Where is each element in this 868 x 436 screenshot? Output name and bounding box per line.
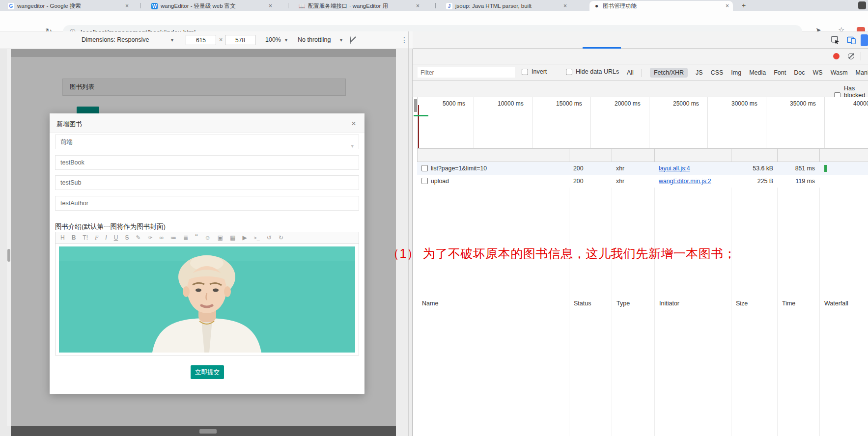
row-checkbox[interactable] xyxy=(421,178,428,184)
col-size[interactable]: Size xyxy=(736,300,748,307)
filter-fetch-xhr-active[interactable]: Fetch/XHR xyxy=(650,68,688,78)
timeline-tick: 5000 ms xyxy=(443,100,465,107)
book-name-input[interactable]: testBook xyxy=(55,155,359,170)
col-type[interactable]: Type xyxy=(616,300,630,307)
redo-icon[interactable]: ↻ xyxy=(279,234,283,241)
filter-input[interactable] xyxy=(418,67,515,78)
devtools-corner-badge[interactable] xyxy=(861,34,868,46)
modal-close-icon[interactable]: × xyxy=(351,119,356,129)
code-icon[interactable]: >_ xyxy=(254,235,260,241)
device-width-input[interactable] xyxy=(186,35,216,45)
dimensions-label[interactable]: Dimensions: Responsive xyxy=(82,36,149,43)
invert-checkbox[interactable]: Invert xyxy=(522,68,547,75)
device-throttling-select[interactable]: No throttling xyxy=(298,36,331,43)
filter-ws[interactable]: WS xyxy=(812,69,822,76)
quote-icon[interactable]: “ xyxy=(195,236,197,240)
request-name[interactable]: upload xyxy=(431,178,449,185)
emoji-icon[interactable]: ☺ xyxy=(204,234,210,241)
tab-close-icon[interactable]: × xyxy=(125,2,129,9)
filter-img[interactable]: Img xyxy=(731,69,741,76)
request-row-list[interactable]: list?page=1&limit=10 200 xhr layui.all.j… xyxy=(417,162,868,175)
device-toolbar-toggle-icon[interactable] xyxy=(847,36,856,44)
filter-all[interactable]: All xyxy=(627,69,634,76)
request-name[interactable]: list?page=1&limit=10 xyxy=(431,165,487,172)
checkbox[interactable] xyxy=(566,69,572,75)
separator xyxy=(861,52,861,60)
new-tab-button[interactable]: + xyxy=(742,1,746,9)
tab-wangeditor[interactable]: W wangEditor - 轻量级 web 富文 × xyxy=(147,1,276,11)
record-icon[interactable] xyxy=(833,53,840,59)
request-initiator-link[interactable]: layui.all.js:4 xyxy=(659,165,690,172)
column-divider[interactable] xyxy=(819,148,820,162)
strikethrough-icon[interactable]: S xyxy=(125,234,129,241)
link-icon[interactable]: ∞ xyxy=(160,234,164,241)
undo-icon[interactable]: ↺ xyxy=(267,234,272,241)
filter-font[interactable]: Font xyxy=(774,69,786,76)
col-waterfall[interactable]: Waterfall xyxy=(824,300,848,307)
align-icon[interactable]: ≣ xyxy=(183,234,188,241)
col-initiator[interactable]: Initiator xyxy=(659,300,679,307)
filter-css[interactable]: CSS xyxy=(711,69,724,76)
fontname-icon[interactable]: F xyxy=(95,234,98,242)
column-divider[interactable] xyxy=(569,148,569,162)
submit-button[interactable]: 立即提交 xyxy=(191,365,224,379)
tab-close-icon[interactable]: × xyxy=(416,2,420,9)
pane-divider-strip[interactable] xyxy=(396,49,413,436)
video-icon[interactable]: ▶ xyxy=(242,234,247,241)
tab-close-icon[interactable]: × xyxy=(726,2,729,9)
tutorial-annotation: （1） 为了不破坏原本的图书信息，这儿我们先新增一本图书； xyxy=(387,245,736,262)
col-name[interactable]: Name xyxy=(422,300,438,307)
book-cover-image[interactable] xyxy=(59,246,355,353)
device-zoom-select[interactable]: 100% xyxy=(265,36,281,43)
hide-data-urls-checkbox[interactable]: Hide data URLs xyxy=(566,68,619,75)
window-control-icon[interactable] xyxy=(858,1,866,9)
request-initiator-link[interactable]: wangEditor.min.js:2 xyxy=(659,178,711,185)
filter-manifest[interactable]: Manifest xyxy=(856,69,868,76)
clear-icon[interactable] xyxy=(848,53,854,59)
author-input[interactable]: testAuthor xyxy=(55,196,359,211)
device-height-input[interactable] xyxy=(225,35,255,45)
bold-icon[interactable]: B xyxy=(72,234,76,241)
backcolor-icon[interactable]: ✎ xyxy=(136,234,140,241)
tab-google-search[interactable]: G wangeditor - Google 搜索 × xyxy=(4,1,133,11)
sub-title-input[interactable]: testSub xyxy=(55,175,359,190)
tab-jsoup[interactable]: J jsoup: Java HTML parser, built × xyxy=(442,1,571,11)
timeline-tick: 35000 ms xyxy=(790,100,816,107)
column-divider[interactable] xyxy=(654,148,655,162)
fontsize-icon[interactable]: T! xyxy=(83,234,88,241)
tab-close-icon[interactable]: × xyxy=(269,2,272,9)
checkbox[interactable] xyxy=(522,69,528,75)
device-toolbar-more-icon[interactable]: ⋮ xyxy=(401,36,408,44)
column-divider[interactable] xyxy=(777,148,778,162)
request-row-upload[interactable]: upload 200 xhr wangEditor.min.js:2 225 B… xyxy=(417,175,868,188)
tab-close-icon[interactable]: × xyxy=(563,2,567,9)
filter-doc[interactable]: Doc xyxy=(794,69,805,76)
page-bottom-scrollbar-thumb[interactable] xyxy=(199,429,217,434)
col-status[interactable]: Status xyxy=(574,300,591,307)
table-icon[interactable]: ▦ xyxy=(230,234,235,241)
row-checkbox[interactable] xyxy=(421,165,428,171)
column-divider[interactable] xyxy=(612,148,612,162)
col-time[interactable]: Time xyxy=(782,300,795,307)
heading-icon[interactable]: H xyxy=(60,234,65,241)
inspect-element-icon[interactable] xyxy=(831,36,840,44)
throttling-caret-icon: ▾ xyxy=(340,37,342,43)
image-icon[interactable]: ▣ xyxy=(218,234,223,241)
filter-js[interactable]: JS xyxy=(696,69,703,76)
filter-media[interactable]: Media xyxy=(749,69,766,76)
select-caret-icon: ▾ xyxy=(351,139,354,153)
tab-book-management-active[interactable]: ● 图书管理功能 × xyxy=(589,1,733,11)
filter-wasm[interactable]: Wasm xyxy=(831,69,848,76)
page-scrollbar-track[interactable] xyxy=(7,49,11,426)
tab-wangeditor-docs[interactable]: 📖 配置服务端接口 · wangEditor 用 × xyxy=(295,1,423,11)
page-scrollbar-thumb[interactable] xyxy=(7,249,10,262)
rotate-disabled-icon[interactable] xyxy=(350,36,351,44)
category-select[interactable]: 前端 ▾ xyxy=(55,135,359,149)
underline-icon[interactable]: U xyxy=(114,234,118,241)
dimensions-caret-icon: ▾ xyxy=(171,37,173,43)
forecolor-icon[interactable]: ✑ xyxy=(147,234,152,241)
italic-icon[interactable]: I xyxy=(105,234,107,241)
column-divider[interactable] xyxy=(731,148,731,162)
list-icon[interactable]: ≔ xyxy=(170,234,176,241)
waterfall-bar[interactable] xyxy=(824,165,827,172)
